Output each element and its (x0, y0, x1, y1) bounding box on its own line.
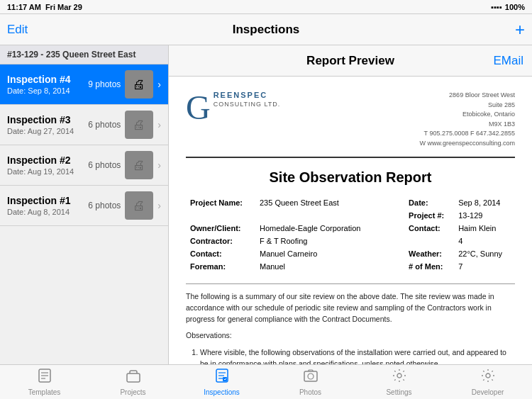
summary-paragraph: The following is a summary of our site r… (186, 291, 515, 325)
inspection-thumbnail: 🖨 (125, 70, 153, 99)
tab-developer-label: Developer (472, 388, 504, 396)
nav-bar: Edit Inspections + (0, 14, 532, 45)
wifi-icon: ▪▪▪▪ (491, 3, 502, 11)
contact2-value: Manuel Carneiro (257, 248, 382, 259)
report-divider (186, 283, 515, 284)
report-nav-bar: Report Preview EMail (169, 45, 532, 77)
status-bar: 11:17 AM Fri Mar 29 ▪▪▪▪ 100% (0, 0, 532, 14)
tab-projects-label: Projects (120, 388, 145, 396)
contact-label: Contact: (406, 223, 454, 234)
report-content: G REENSPEC CONSULTING LTD. 2869 Bloor St… (169, 77, 532, 364)
chevron-right-icon: › (157, 159, 161, 171)
battery-level: 100% (505, 3, 525, 11)
tab-templates-label: Templates (28, 388, 61, 396)
inspection-item[interactable]: Inspection #3 Date: Aug 27, 2014 6 photo… (0, 105, 168, 145)
logo-consulting: CONSULTING LTD. (214, 101, 281, 108)
date-value: Sep 8, 2014 (455, 197, 514, 208)
inspection-title: Inspection #1 (7, 195, 88, 206)
inspection-photos: 9 photos (88, 79, 121, 89)
men-label: # of Men: (406, 261, 454, 272)
project-name-label: Project Name: (187, 197, 255, 208)
inspection-thumbnail: 🖨 (125, 191, 153, 220)
contractor-label: Contractor: (187, 235, 255, 247)
company-address: 2869 Bloor Street WestSuite 285Etobicoke… (419, 91, 515, 148)
tab-inspections[interactable]: Inspections (177, 365, 266, 399)
company-logo: G REENSPEC CONSULTING LTD. (186, 91, 280, 125)
logo-greenspec: REENSPEC (214, 91, 268, 99)
templates-icon (37, 368, 52, 387)
date-label: Date: (406, 197, 454, 208)
svg-point-13 (486, 373, 490, 378)
contact2-label: Contact: (187, 248, 255, 259)
projects-icon (126, 368, 141, 387)
tab-projects[interactable]: Projects (89, 365, 177, 399)
weather-label: Weather: (406, 248, 454, 259)
inspection-photos: 6 photos (88, 160, 121, 170)
svg-rect-10 (304, 371, 317, 381)
inspection-date: Date: Aug 19, 2014 (7, 167, 88, 176)
report-panel: Report Preview EMail G REENSPEC CONSULTI… (169, 45, 532, 364)
inspection-photos: 6 photos (88, 201, 121, 210)
contact-value: Haim Klein (455, 223, 514, 234)
men-value: 7 (455, 261, 514, 272)
inspection-title: Inspection #2 (7, 154, 88, 166)
tab-photos[interactable]: Photos (266, 365, 355, 399)
inspection-thumbnail: 🖨 (125, 151, 153, 179)
svg-point-12 (397, 373, 401, 378)
inspection-title: Inspection #4 (7, 74, 88, 85)
nav-title: Inspections (233, 23, 299, 37)
tab-templates[interactable]: Templates (0, 365, 89, 399)
svg-rect-9 (223, 377, 227, 381)
settings-icon (392, 368, 407, 387)
inspection-date: Date: Sep 8, 2014 (7, 86, 88, 95)
inspection-item[interactable]: Inspection #4 Date: Sep 8, 2014 9 photos… (0, 64, 168, 105)
inspections-icon (214, 368, 230, 387)
chevron-right-icon: › (157, 79, 161, 90)
inspection-item[interactable]: Inspection #2 Date: Aug 19, 2014 6 photo… (0, 145, 168, 186)
project-name-value: 235 Queen Street East (257, 197, 382, 208)
inspection-title: Inspection #3 (7, 114, 88, 125)
observations-label: Observations: (186, 330, 515, 342)
tab-inspections-label: Inspections (204, 388, 240, 396)
logo-g-letter: G (186, 91, 211, 125)
email-button[interactable]: EMail (493, 54, 523, 68)
svg-rect-4 (127, 373, 140, 382)
chevron-right-icon: › (157, 200, 161, 211)
edit-button[interactable]: Edit (7, 23, 28, 37)
inspection-label (406, 235, 454, 247)
tab-developer[interactable]: Developer (443, 365, 532, 399)
status-day: Fri Mar 29 (45, 3, 82, 11)
inspection-date: Date: Aug 8, 2014 (7, 208, 88, 216)
observation-1: Where visible, the following observation… (200, 347, 515, 364)
inspection-date: Date: Aug 27, 2014 (7, 127, 88, 135)
owner-value: Homedale-Eagle Corporation (257, 223, 382, 234)
status-time: 11:17 AM (7, 3, 41, 11)
sidebar: #13-129 - 235 Queen Street East Inspecti… (0, 45, 169, 364)
report-body: The following is a summary of our site r… (186, 291, 515, 364)
project-title: #13-129 - 235 Queen Street East (0, 45, 168, 64)
tab-bar: Templates Projects Inspections Photos Se… (0, 364, 532, 399)
tab-photos-label: Photos (299, 388, 321, 396)
main-content: #13-129 - 235 Queen Street East Inspecti… (0, 45, 532, 364)
weather-value: 22°C, Sunny (455, 248, 514, 259)
inspection-thumbnail: 🖨 (125, 111, 153, 139)
chevron-right-icon: › (157, 119, 161, 130)
inspection-num: 4 (455, 235, 514, 247)
inspection-list: Inspection #4 Date: Sep 8, 2014 9 photos… (0, 64, 168, 364)
contractor-value: F & T Roofing (257, 235, 382, 247)
developer-icon (480, 368, 496, 387)
inspection-item[interactable]: Inspection #1 Date: Aug 8, 2014 6 photos… (0, 186, 168, 226)
foreman-value: Manuel (257, 261, 382, 272)
tab-settings[interactable]: Settings (355, 365, 443, 399)
observations-list: Where visible, the following observation… (200, 347, 515, 364)
project-num-label: Project #: (406, 210, 454, 221)
report-header: G REENSPEC CONSULTING LTD. 2869 Bloor St… (186, 91, 515, 158)
project-num-value: 13-129 (455, 210, 514, 221)
photos-icon (303, 368, 318, 387)
report-details-table: Project Name: 235 Queen Street East Date… (186, 196, 515, 274)
svg-point-11 (308, 373, 314, 379)
report-main-title: Site Observation Report (186, 169, 515, 186)
add-button[interactable]: + (515, 20, 525, 40)
foreman-label: Foreman: (187, 261, 255, 272)
tab-settings-label: Settings (386, 388, 411, 396)
